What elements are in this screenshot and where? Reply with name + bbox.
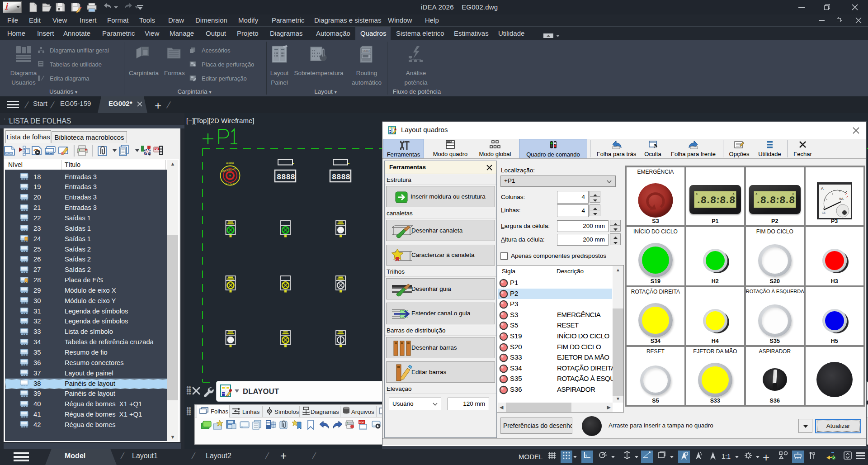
svg-text:0000: 0000 (363, 49, 370, 52)
svg-text:S T O P: S T O P (226, 182, 235, 185)
svg-text:M: M (229, 175, 231, 177)
svg-text:PDF: PDF (359, 421, 364, 424)
svg-text:CE: CE (822, 211, 826, 214)
svg-text:8888: 8888 (332, 173, 350, 181)
svg-text:LEGEND: LEGEND (226, 162, 234, 164)
svg-text:9A: 9A (839, 197, 844, 201)
svg-text:PDF: PDF (155, 148, 159, 150)
svg-text:8888: 8888 (277, 173, 295, 181)
